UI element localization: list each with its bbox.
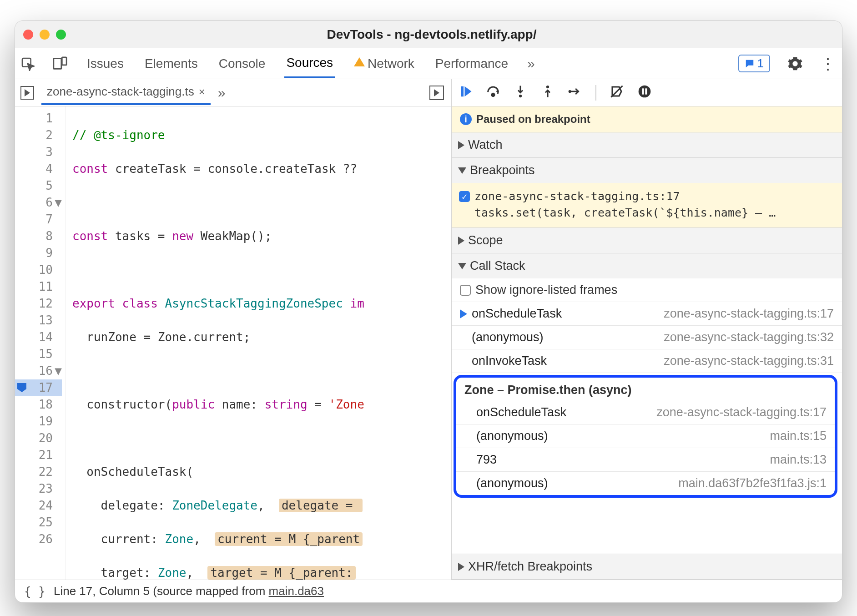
tab-sources[interactable]: Sources bbox=[284, 49, 335, 78]
tab-elements[interactable]: Elements bbox=[143, 50, 200, 77]
kebab-menu-icon[interactable]: ⋮ bbox=[820, 55, 837, 73]
tab-network-label: Network bbox=[368, 56, 414, 71]
step-icon[interactable] bbox=[568, 85, 582, 101]
source-map-link[interactable]: main.da63 bbox=[269, 584, 324, 598]
separator bbox=[595, 85, 596, 101]
triangle-right-icon bbox=[458, 563, 464, 571]
section-breakpoints[interactable]: Breakpoints bbox=[452, 158, 842, 183]
call-stack: Show ignore-listed frames onScheduleTask… bbox=[452, 278, 842, 498]
file-tabstrip: zone-async-stack-tagging.ts × » bbox=[15, 79, 451, 106]
more-tabs-icon[interactable]: » bbox=[527, 56, 535, 71]
debugger-toolbar bbox=[452, 79, 842, 106]
step-over-icon[interactable] bbox=[486, 85, 500, 101]
triangle-down-icon bbox=[458, 167, 466, 174]
window-title: DevTools - ng-devtools.netlify.app/ bbox=[66, 27, 834, 42]
stack-frame[interactable]: onScheduleTaskzone-async-stack-tagging.t… bbox=[452, 302, 842, 326]
close-file-icon[interactable]: × bbox=[199, 86, 205, 98]
svg-rect-3 bbox=[461, 86, 464, 96]
stack-frame[interactable]: (anonymous)main.ts:15 bbox=[456, 424, 835, 448]
step-out-icon[interactable] bbox=[541, 85, 555, 101]
section-watch[interactable]: Watch bbox=[452, 132, 842, 157]
more-files-icon[interactable]: » bbox=[218, 85, 226, 101]
cursor-position: Line 17, Column 5 bbox=[54, 584, 150, 598]
paused-banner: i Paused on breakpoint bbox=[452, 106, 842, 132]
caret-icon bbox=[434, 89, 439, 96]
svg-rect-1 bbox=[54, 58, 61, 69]
minimize-window-button[interactable] bbox=[40, 30, 50, 40]
chat-icon bbox=[745, 59, 755, 69]
tab-performance[interactable]: Performance bbox=[434, 50, 510, 77]
svg-point-7 bbox=[569, 90, 571, 92]
navigator-toggle-icon[interactable] bbox=[20, 86, 34, 100]
play-icon bbox=[25, 89, 30, 96]
file-tab[interactable]: zone-async-stack-tagging.ts × bbox=[41, 80, 211, 105]
triangle-down-icon bbox=[458, 263, 466, 269]
line-gutter[interactable]: 12345 6▼ 789101112131415 16▼ 17 18192021… bbox=[15, 106, 66, 580]
traffic-lights bbox=[23, 30, 66, 40]
highlighted-async-group: Zone – Promise.then (async) onScheduleTa… bbox=[454, 375, 837, 498]
section-scope[interactable]: Scope bbox=[452, 228, 842, 253]
triangle-right-icon bbox=[458, 141, 464, 149]
svg-rect-10 bbox=[645, 88, 647, 94]
fullscreen-window-button[interactable] bbox=[56, 30, 66, 40]
svg-point-5 bbox=[519, 94, 522, 97]
resume-icon[interactable] bbox=[459, 85, 473, 101]
device-toolbar-icon[interactable] bbox=[52, 56, 68, 71]
pretty-print-icon[interactable]: { } bbox=[24, 585, 45, 598]
stack-frame[interactable]: 793main.ts:13 bbox=[456, 448, 835, 472]
section-callstack[interactable]: Call Stack bbox=[452, 253, 842, 278]
async-group-label: Zone – Promise.then (async) bbox=[456, 378, 835, 401]
code-content: // @ts-ignore const createTask = console… bbox=[66, 106, 451, 580]
close-window-button[interactable] bbox=[23, 30, 33, 40]
breakpoint-item[interactable]: ✓zone-async-stack-tagging.ts:17 tasks.se… bbox=[452, 183, 842, 227]
info-icon: i bbox=[460, 113, 472, 125]
status-bar: { } Line 17, Column 5 (source mapped fro… bbox=[15, 580, 842, 602]
show-ignore-toggle[interactable]: Show ignore-listed frames bbox=[452, 278, 842, 302]
paused-text: Paused on breakpoint bbox=[476, 113, 590, 126]
debugger-pane: i Paused on breakpoint Watch Breakpoints… bbox=[452, 79, 842, 580]
svg-rect-2 bbox=[62, 57, 66, 65]
warning-icon bbox=[354, 57, 365, 66]
stack-frame[interactable]: onInvokeTaskzone-async-stack-tagging.ts:… bbox=[452, 349, 842, 373]
messages-button[interactable]: 1 bbox=[738, 55, 770, 72]
checkbox-icon[interactable] bbox=[460, 285, 471, 296]
triangle-right-icon bbox=[458, 237, 464, 245]
code-line: // @ts-ignore bbox=[72, 128, 165, 142]
stack-frame[interactable]: onScheduleTaskzone-async-stack-tagging.t… bbox=[456, 401, 835, 424]
step-into-icon[interactable] bbox=[514, 85, 527, 101]
section-xhr[interactable]: XHR/fetch Breakpoints bbox=[452, 554, 842, 579]
stack-frame[interactable]: (anonymous)zone-async-stack-tagging.ts:3… bbox=[452, 326, 842, 349]
breakpoint-snippet: tasks.set(task, createTask(`${this.name}… bbox=[459, 205, 835, 221]
svg-rect-9 bbox=[642, 88, 644, 94]
main-area: zone-async-stack-tagging.ts × » 12345 6▼… bbox=[15, 79, 842, 580]
sidebar-toggle-icon[interactable] bbox=[429, 86, 444, 100]
message-count: 1 bbox=[757, 56, 764, 71]
deactivate-breakpoints-icon[interactable] bbox=[610, 85, 624, 101]
titlebar: DevTools - ng-devtools.netlify.app/ bbox=[15, 21, 842, 48]
breakpoint-marker-icon[interactable] bbox=[17, 383, 26, 392]
tab-console[interactable]: Console bbox=[217, 50, 267, 77]
devtools-window: DevTools - ng-devtools.netlify.app/ Issu… bbox=[15, 20, 842, 603]
pause-exceptions-icon[interactable] bbox=[637, 84, 652, 101]
fold-icon[interactable]: ▼ bbox=[54, 363, 62, 379]
svg-point-4 bbox=[492, 93, 494, 96]
tab-network[interactable]: Network bbox=[352, 50, 416, 77]
checkbox-checked-icon[interactable]: ✓ bbox=[459, 191, 470, 202]
code-editor[interactable]: 12345 6▼ 789101112131415 16▼ 17 18192021… bbox=[15, 106, 451, 580]
tab-issues[interactable]: Issues bbox=[85, 50, 126, 77]
fold-icon[interactable]: ▼ bbox=[54, 194, 62, 211]
svg-point-8 bbox=[639, 85, 651, 97]
breakpoint-location: zone-async-stack-tagging.ts:17 bbox=[474, 188, 680, 205]
file-tab-label: zone-async-stack-tagging.ts bbox=[47, 85, 194, 99]
panel-tabs: Issues Elements Console Sources Network … bbox=[15, 48, 842, 79]
svg-point-6 bbox=[546, 85, 549, 88]
stack-frame[interactable]: (anonymous)main.da63f7b2fe3f1fa3.js:1 bbox=[456, 472, 835, 495]
sources-pane: zone-async-stack-tagging.ts × » 12345 6▼… bbox=[15, 79, 452, 580]
inspect-icon[interactable] bbox=[20, 56, 35, 71]
settings-icon[interactable] bbox=[787, 56, 803, 71]
